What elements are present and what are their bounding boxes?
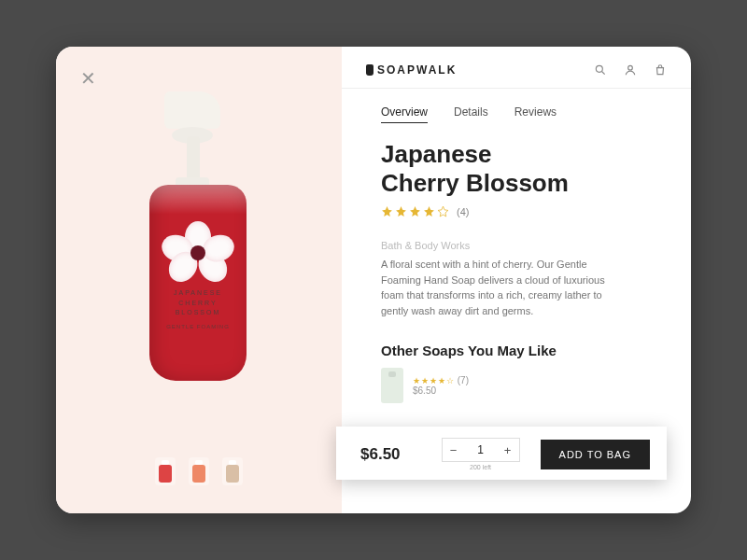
star-rating	[381, 205, 449, 217]
thumbnail[interactable]	[155, 457, 176, 485]
qty-decrement[interactable]: −	[443, 439, 465, 461]
tab-overview[interactable]: Overview	[381, 105, 428, 123]
recommendation-item[interactable]: ★★★★☆ (7) $6.50	[381, 368, 652, 403]
price: $6.50	[360, 445, 401, 464]
brand-name: Bath & Body Works	[381, 240, 652, 251]
bottle-label-line: JAPANESE	[160, 288, 236, 299]
product-details-panel: SOAPWALK Overview Details Reviews Japane…	[342, 47, 691, 513]
star-icon	[437, 205, 449, 217]
add-to-bag-button[interactable]: ADD TO BAG	[541, 440, 650, 469]
bottle-icon	[366, 64, 374, 76]
recommendation-count: (7)	[458, 375, 469, 385]
product-title: Japanese Cherry Blossom	[381, 140, 652, 198]
rating: (4)	[381, 205, 652, 217]
thumbnail[interactable]	[189, 457, 209, 485]
rating-count: (4)	[457, 206, 469, 217]
close-icon[interactable]: ✕	[80, 67, 96, 90]
star-icon	[381, 205, 393, 217]
thumbnail[interactable]	[222, 457, 243, 485]
qty-value: 1	[465, 443, 497, 456]
user-icon[interactable]	[624, 63, 637, 77]
topbar: SOAPWALK	[342, 47, 691, 89]
search-icon[interactable]	[594, 63, 607, 77]
title-line: Cherry Blossom	[381, 169, 652, 198]
product-description: A floral scent with a hint of cherry. Ou…	[381, 257, 624, 318]
tabs: Overview Details Reviews	[342, 89, 691, 133]
title-line: Japanese	[381, 140, 652, 169]
gallery-thumbnails	[155, 457, 243, 485]
svg-point-0	[596, 65, 602, 72]
recommendations-heading: Other Soaps You May Like	[381, 343, 652, 358]
bottle-label-line: BLOSSOM	[160, 308, 236, 318]
bag-icon[interactable]	[654, 63, 667, 77]
product-modal: ✕ JAPANESE CHERRY BLOSSOM GENTLE FO	[56, 47, 691, 513]
quantity-stepper: − 1 + 200 left	[442, 438, 520, 470]
bottle-label-line: CHERRY	[160, 299, 236, 309]
svg-line-1	[602, 72, 605, 75]
product-image: JAPANESE CHERRY BLOSSOM GENTLE FOAMING	[138, 91, 260, 390]
recommendation-thumb	[381, 368, 403, 403]
recommendation-price: $6.50	[413, 385, 469, 396]
tab-reviews[interactable]: Reviews	[514, 105, 557, 123]
star-icon	[409, 205, 421, 217]
brand-logo-text: SOAPWALK	[377, 63, 457, 77]
star-icon	[423, 205, 435, 217]
star-icon	[395, 205, 407, 217]
stock-text: 200 left	[470, 464, 491, 470]
brand-logo[interactable]: SOAPWALK	[366, 63, 457, 77]
svg-point-2	[628, 65, 633, 70]
tab-details[interactable]: Details	[454, 105, 488, 123]
bottle-label-sub: GENTLE FOAMING	[160, 324, 236, 329]
buy-bar: $6.50 − 1 + 200 left ADD TO BAG	[336, 427, 667, 480]
recommendation-stars: ★★★★☆	[413, 376, 455, 385]
qty-increment[interactable]: +	[497, 439, 519, 461]
product-gallery: ✕ JAPANESE CHERRY BLOSSOM GENTLE FO	[56, 47, 342, 513]
